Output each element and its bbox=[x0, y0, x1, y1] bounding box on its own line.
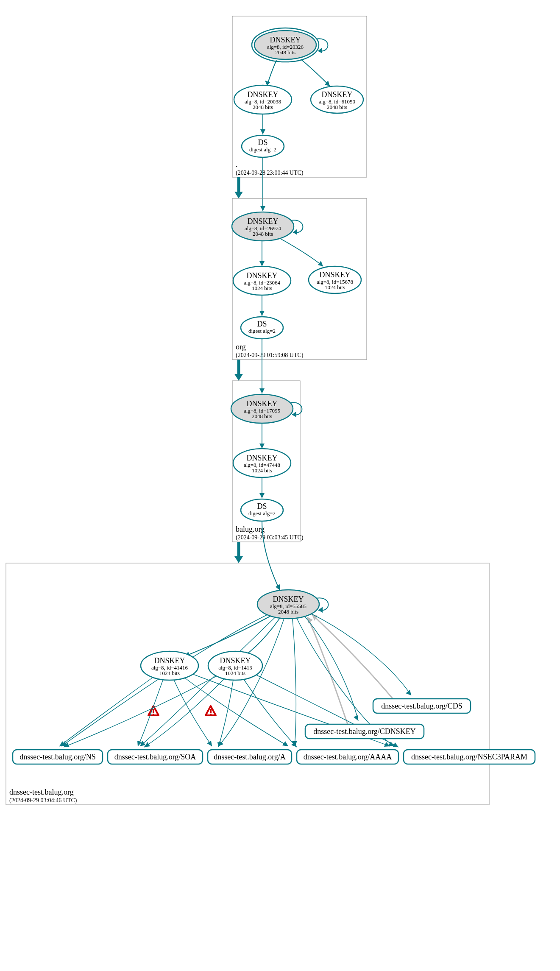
node-rr-soa[interactable]: dnssec-test.balug.org/SOA bbox=[108, 750, 203, 764]
zone-box-dnssec bbox=[6, 563, 489, 805]
arrow-balug-ksk-zsk1 bbox=[259, 444, 265, 449]
svg-rect-19 bbox=[210, 709, 212, 713]
org-zsk2-title: DNSKEY bbox=[319, 271, 350, 279]
warning-icon-2 bbox=[206, 706, 216, 715]
arrow-dnssec-ksk-self bbox=[318, 607, 323, 613]
root-zsk1-title: DNSKEY bbox=[247, 90, 278, 99]
zone-ts-dnssec: (2024-09-29 03:04:46 UTC) bbox=[9, 797, 77, 804]
zone-name-root: . bbox=[236, 160, 238, 169]
edge-ksk-soa bbox=[140, 617, 276, 746]
node-org-zsk2[interactable]: DNSKEY alg=8, id=15678 1024 bits bbox=[309, 266, 361, 293]
balug-zsk1-title: DNSKEY bbox=[246, 454, 277, 462]
node-org-ds[interactable]: DS digest alg=2 bbox=[241, 317, 283, 339]
arrow-org-ksk-self bbox=[293, 229, 297, 235]
dnssec-zsk2-l2: 1024 bits bbox=[225, 670, 245, 676]
rr-cds-text: dnssec-test.balug.org/CDS bbox=[381, 702, 462, 710]
rr-cdnskey-text: dnssec-test.balug.org/CDNSKEY bbox=[313, 727, 416, 736]
node-root-ksk[interactable]: DNSKEY alg=8, id=20326 2048 bits bbox=[252, 28, 319, 62]
node-root-zsk2[interactable]: DNSKEY alg=8, id=61050 2048 bits bbox=[311, 86, 363, 113]
balug-ksk-title: DNSKEY bbox=[246, 399, 277, 408]
dnssec-zsk1-l2: 1024 bits bbox=[159, 670, 180, 676]
node-dnssec-zsk1[interactable]: DNSKEY alg=8, id=41416 1024 bits bbox=[141, 651, 198, 680]
edge-balug-ds-dnssec-ksk bbox=[262, 522, 280, 590]
zone-ts-org: (2024-09-29 01:59:08 UTC) bbox=[236, 352, 304, 359]
svg-rect-20 bbox=[210, 714, 212, 715]
root-ksk-l2: 2048 bits bbox=[275, 49, 295, 56]
node-root-ds[interactable]: DS digest alg=2 bbox=[242, 135, 284, 157]
arrow-balug-ksk-self bbox=[292, 411, 296, 417]
org-ds-l1: digest alg=2 bbox=[248, 328, 276, 334]
org-zsk1-title: DNSKEY bbox=[246, 271, 277, 280]
dnssec-zsk2-title: DNSKEY bbox=[220, 656, 251, 665]
rr-ns-text: dnssec-test.balug.org/NS bbox=[20, 753, 96, 761]
arrow-zsk1-a bbox=[207, 741, 212, 746]
arrow-zsk1-aaaa bbox=[282, 741, 288, 746]
org-ds-title: DS bbox=[257, 320, 267, 328]
node-rr-ns[interactable]: dnssec-test.balug.org/NS bbox=[13, 750, 103, 764]
edge-org-ksk-zsk2 bbox=[280, 238, 323, 266]
node-balug-ds[interactable]: DS digest alg=2 bbox=[241, 499, 283, 521]
arrow-ksk-soa bbox=[140, 741, 145, 746]
edge-root-ksk-zsk2 bbox=[301, 59, 330, 86]
org-ksk-l2: 2048 bits bbox=[253, 231, 273, 237]
zone-ts-root: (2024-09-28 23:00:44 UTC) bbox=[236, 170, 304, 176]
edge-zsk1-aaaa bbox=[184, 678, 288, 746]
root-ds-title: DS bbox=[258, 138, 267, 147]
edge-ksk-aaaa bbox=[293, 619, 296, 746]
arrow-root-zsk1-ds bbox=[260, 129, 265, 134]
node-org-zsk1[interactable]: DNSKEY alg=8, id=23064 1024 bits bbox=[233, 266, 291, 295]
zone-ts-balug: (2024-09-29 03:03:45 UTC) bbox=[236, 534, 304, 541]
balug-ds-title: DS bbox=[257, 502, 267, 511]
zone-name-org: org bbox=[236, 343, 246, 351]
node-rr-a[interactable]: dnssec-test.balug.org/A bbox=[208, 750, 292, 764]
rr-soa-text: dnssec-test.balug.org/SOA bbox=[114, 753, 196, 761]
node-org-ksk[interactable]: DNSKEY alg=8, id=26974 2048 bits bbox=[232, 212, 294, 241]
node-balug-zsk1[interactable]: DNSKEY alg=8, id=47448 1024 bits bbox=[233, 449, 291, 477]
svg-rect-17 bbox=[153, 714, 154, 715]
rr-nsec3p-text: dnssec-test.balug.org/NSEC3PARAM bbox=[411, 753, 527, 761]
rr-aaaa-text: dnssec-test.balug.org/AAAA bbox=[304, 753, 392, 761]
root-zsk2-title: DNSKEY bbox=[321, 90, 352, 99]
arrow-ksk-cdnskey bbox=[354, 715, 358, 721]
edge-zsk2-aaaa bbox=[244, 679, 297, 747]
arrow-org-to-balug-zone bbox=[234, 374, 243, 381]
arrow-balug-zsk1-ds bbox=[259, 493, 265, 498]
arrow-balug-to-dnssec-zone bbox=[234, 556, 243, 563]
zone-name-dnssec: dnssec-test.balug.org bbox=[9, 788, 74, 796]
root-zsk2-l2: 2048 bits bbox=[327, 104, 347, 110]
root-ksk-title: DNSKEY bbox=[270, 36, 301, 44]
warning-icon-1 bbox=[148, 706, 159, 715]
arrow-root-to-org-zone bbox=[234, 192, 243, 198]
node-root-zsk1[interactable]: DNSKEY alg=8, id=20038 2048 bits bbox=[234, 85, 292, 114]
node-dnssec-ksk[interactable]: DNSKEY alg=8, id=55585 2048 bits bbox=[257, 590, 319, 619]
dnssec-ksk-l2: 2048 bits bbox=[278, 608, 298, 615]
node-rr-nsec3p[interactable]: dnssec-test.balug.org/NSEC3PARAM bbox=[404, 750, 535, 764]
balug-ksk-l2: 2048 bits bbox=[252, 413, 272, 419]
org-ksk-title: DNSKEY bbox=[247, 217, 278, 226]
root-zsk1-l2: 2048 bits bbox=[253, 104, 273, 110]
dnssec-ksk-title: DNSKEY bbox=[273, 595, 304, 603]
arrow-root-ds-org-ksk bbox=[260, 206, 265, 211]
arrow-org-ksk-zsk2 bbox=[318, 261, 323, 266]
node-rr-cdnskey[interactable]: dnssec-test.balug.org/CDNSKEY bbox=[305, 724, 424, 739]
arrow-org-ksk-zsk1 bbox=[259, 261, 265, 266]
rr-a-text: dnssec-test.balug.org/A bbox=[214, 753, 286, 761]
zone-name-balug: balug.org bbox=[236, 525, 265, 533]
node-balug-ksk[interactable]: DNSKEY alg=8, id=17095 2048 bits bbox=[231, 394, 293, 423]
balug-zsk1-l2: 1024 bits bbox=[252, 467, 272, 474]
balug-ds-l1: digest alg=2 bbox=[248, 510, 276, 516]
node-rr-aaaa[interactable]: dnssec-test.balug.org/AAAA bbox=[297, 750, 398, 764]
arrow-org-ds-balug-ksk bbox=[259, 388, 265, 393]
edge-ksk-cds bbox=[312, 614, 411, 695]
org-zsk1-l2: 1024 bits bbox=[252, 285, 272, 291]
arrow-ksk-cds bbox=[406, 690, 411, 695]
node-dnssec-zsk2[interactable]: DNSKEY alg=8, id=1413 1024 bits bbox=[208, 651, 262, 680]
svg-rect-16 bbox=[153, 709, 154, 713]
dnssec-zsk1-title: DNSKEY bbox=[154, 656, 185, 665]
edge-zsk1-ns bbox=[59, 678, 153, 746]
org-zsk2-l2: 1024 bits bbox=[325, 284, 345, 290]
node-rr-cds[interactable]: dnssec-test.balug.org/CDS bbox=[373, 699, 471, 713]
root-ds-l1: digest alg=2 bbox=[249, 146, 276, 153]
arrow-org-zsk1-ds bbox=[259, 311, 265, 316]
